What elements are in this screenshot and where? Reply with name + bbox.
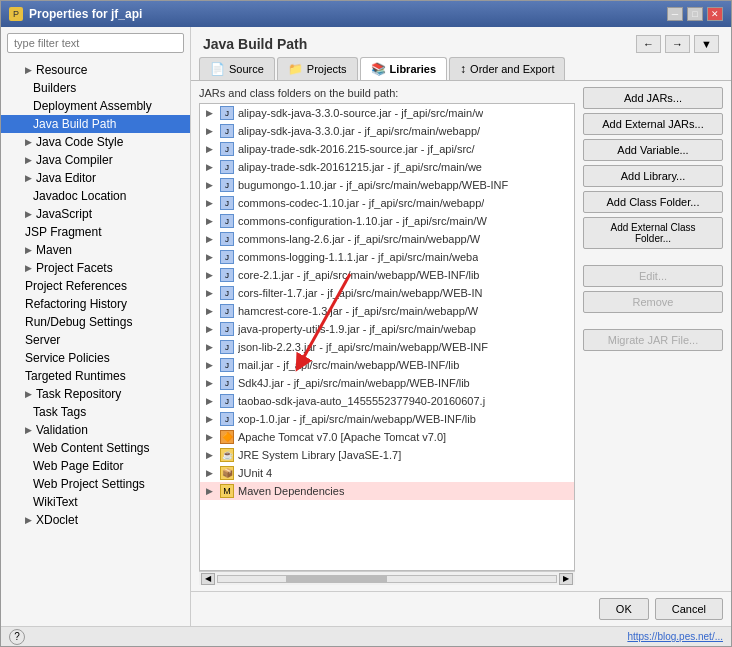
tab-libraries[interactable]: 📚 Libraries [360,57,447,80]
nav-dropdown-button[interactable]: ▼ [694,35,719,53]
sidebar-item-task-tags[interactable]: Task Tags [1,403,190,421]
ok-button[interactable]: OK [599,598,649,620]
sidebar-item-run-debug-settings[interactable]: Run/Debug Settings [1,313,190,331]
sidebar-item-java-editor[interactable]: ▶ Java Editor [1,169,190,187]
maximize-button[interactable]: □ [687,7,703,21]
jar-item[interactable]: ▶ J mail.jar - jf_api/src/main/webapp/WE… [200,356,574,374]
remove-button[interactable]: Remove [583,291,723,313]
sidebar-item-task-repository[interactable]: ▶ Task Repository [1,385,190,403]
sidebar-item-javadoc-location[interactable]: Javadoc Location [1,187,190,205]
libraries-tab-icon: 📚 [371,62,386,76]
add-class-folder-button[interactable]: Add Class Folder... [583,191,723,213]
forward-button[interactable]: → [665,35,690,53]
back-button[interactable]: ← [636,35,661,53]
sidebar-item-java-build-path[interactable]: Java Build Path [1,115,190,133]
sidebar-item-project-facets[interactable]: ▶ Project Facets [1,259,190,277]
sidebar-item-service-policies[interactable]: Service Policies [1,349,190,367]
jar-item[interactable]: ▶ J java-property-utils-1.9.jar - jf_api… [200,320,574,338]
jar-item[interactable]: ▶ J commons-lang-2.6.jar - jf_api/src/ma… [200,230,574,248]
migrate-jar-button[interactable]: Migrate JAR File... [583,329,723,351]
tab-order-export[interactable]: ↕ Order and Export [449,57,565,80]
sidebar-item-maven[interactable]: ▶ Maven [1,241,190,259]
jar-item[interactable]: ▶ J json-lib-2.2.3.jar - jf_api/src/main… [200,338,574,356]
jar-item[interactable]: ▶ J xop-1.0.jar - jf_api/src/main/webapp… [200,410,574,428]
jar-item[interactable]: ▶ J alipay-sdk-java-3.3.0.jar - jf_api/s… [200,122,574,140]
jar-item-maven[interactable]: ▶ M Maven Dependencies [200,482,574,500]
tab-projects[interactable]: 📁 Projects [277,57,358,80]
sidebar-item-resource[interactable]: ▶ Resource [1,61,190,79]
expand-icon: ▶ [25,425,32,435]
sidebar-item-wiki-text[interactable]: WikiText [1,493,190,511]
scroll-thumb[interactable] [286,576,387,582]
jar-item[interactable]: ▶ J bugumongo-1.10.jar - jf_api/src/main… [200,176,574,194]
sidebar-item-xdoclet[interactable]: ▶ XDoclet [1,511,190,529]
jar-item-text: hamcrest-core-1.3.jar - jf_api/src/main/… [238,305,478,317]
sidebar-item-label: Validation [36,423,88,437]
help-icon[interactable]: ? [9,629,25,645]
sidebar-item-label: JavaScript [36,207,92,221]
jar-expand-icon: ▶ [206,252,216,262]
jar-item[interactable]: ▶ J commons-codec-1.10.jar - jf_api/src/… [200,194,574,212]
scroll-left-button[interactable]: ◀ [201,573,215,585]
library-icon: ☕ [220,448,234,462]
sidebar-item-label: Java Compiler [36,153,113,167]
sidebar-item-project-references[interactable]: Project References [1,277,190,295]
close-button[interactable]: ✕ [707,7,723,21]
jar-item[interactable]: ▶ J taobao-sdk-java-auto_1455552377940-2… [200,392,574,410]
filter-input[interactable] [7,33,184,53]
sidebar-item-javascript[interactable]: ▶ JavaScript [1,205,190,223]
jar-expand-icon: ▶ [206,270,216,280]
minimize-button[interactable]: ─ [667,7,683,21]
expand-icon: ▶ [25,389,32,399]
sidebar-item-web-content-settings[interactable]: Web Content Settings [1,439,190,457]
sidebar-item-java-compiler[interactable]: ▶ Java Compiler [1,151,190,169]
sidebar-item-deployment-assembly[interactable]: Deployment Assembly [1,97,190,115]
jar-item-tomcat[interactable]: ▶ 🔶 Apache Tomcat v7.0 [Apache Tomcat v7… [200,428,574,446]
jar-item-text: JUnit 4 [238,467,272,479]
horizontal-scrollbar[interactable]: ◀ ▶ [199,571,575,585]
status-link[interactable]: https://blog.pes.net/... [627,631,723,642]
add-library-button[interactable]: Add Library... [583,165,723,187]
sidebar-item-targeted-runtimes[interactable]: Targeted Runtimes [1,367,190,385]
sidebar-item-web-project-settings[interactable]: Web Project Settings [1,475,190,493]
jar-item[interactable]: ▶ J Sdk4J.jar - jf_api/src/main/webapp/W… [200,374,574,392]
add-jars-button[interactable]: Add JARs... [583,87,723,109]
sidebar-item-label: Refactoring History [25,297,127,311]
tab-source[interactable]: 📄 Source [199,57,275,80]
jar-item[interactable]: ▶ J cors-filter-1.7.jar - jf_api/src/mai… [200,284,574,302]
jar-item-junit[interactable]: ▶ 📦 JUnit 4 [200,464,574,482]
sidebar-item-refactoring-history[interactable]: Refactoring History [1,295,190,313]
jar-expand-icon: ▶ [206,324,216,334]
sidebar-item-validation[interactable]: ▶ Validation [1,421,190,439]
titlebar: P Properties for jf_api ─ □ ✕ [1,1,731,27]
add-external-jars-button[interactable]: Add External JARs... [583,113,723,135]
scroll-track[interactable] [217,575,557,583]
sidebar-item-web-page-editor[interactable]: Web Page Editor [1,457,190,475]
jar-item[interactable]: ▶ J commons-configuration-1.10.jar - jf_… [200,212,574,230]
jar-item-jre[interactable]: ▶ ☕ JRE System Library [JavaSE-1.7] [200,446,574,464]
jar-file-icon: J [220,124,234,138]
jar-item[interactable]: ▶ J alipay-trade-sdk-20161215.jar - jf_a… [200,158,574,176]
scroll-right-button[interactable]: ▶ [559,573,573,585]
add-variable-button[interactable]: Add Variable... [583,139,723,161]
jar-expand-icon: ▶ [206,414,216,424]
jar-item[interactable]: ▶ J core-2.1.jar - jf_api/src/main/webap… [200,266,574,284]
edit-button[interactable]: Edit... [583,265,723,287]
sidebar-item-builders[interactable]: Builders [1,79,190,97]
tab-source-label: Source [229,63,264,75]
jar-item[interactable]: ▶ J alipay-sdk-java-3.3.0-source.jar - j… [200,104,574,122]
jar-list[interactable]: ▶ J alipay-sdk-java-3.3.0-source.jar - j… [199,103,575,571]
status-help[interactable]: ? [9,629,25,645]
jar-item[interactable]: ▶ J alipay-trade-sdk-2016.215-source.jar… [200,140,574,158]
sidebar-item-server[interactable]: Server [1,331,190,349]
jar-file-icon: J [220,178,234,192]
add-external-class-folder-button[interactable]: Add External Class Folder... [583,217,723,249]
jar-item[interactable]: ▶ J commons-logging-1.1.1.jar - jf_api/s… [200,248,574,266]
cancel-button[interactable]: Cancel [655,598,723,620]
jar-item-text: cors-filter-1.7.jar - jf_api/src/main/we… [238,287,483,299]
jar-file-icon: J [220,376,234,390]
jar-item[interactable]: ▶ J hamcrest-core-1.3.jar - jf_api/src/m… [200,302,574,320]
jar-item-text: commons-codec-1.10.jar - jf_api/src/main… [238,197,484,209]
sidebar-item-java-code-style[interactable]: ▶ Java Code Style [1,133,190,151]
sidebar-item-jsp-fragment[interactable]: JSP Fragment [1,223,190,241]
